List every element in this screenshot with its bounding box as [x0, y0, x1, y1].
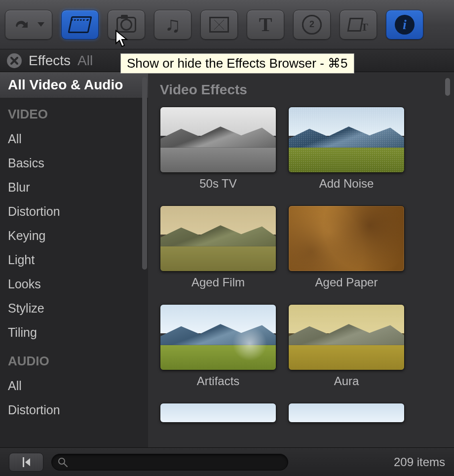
effect-item[interactable]: Add Noise: [288, 107, 405, 191]
sidebar-item-tiling[interactable]: Tiling: [0, 320, 148, 345]
panel-body: All Video & Audio VIDEO All Basics Blur …: [0, 72, 454, 447]
effects-grid: 50s TV Add Noise Aged Film Aged Paper Ar…: [160, 107, 442, 423]
sidebar-item-light[interactable]: Light: [0, 248, 148, 272]
item-count: 209 items: [394, 455, 445, 469]
sidebar-toggle-icon: [23, 457, 24, 467]
tooltip: Show or hide the Effects Browser - ⌘5: [120, 53, 354, 74]
redo-arrow-icon: [13, 17, 30, 32]
close-panel-button[interactable]: [7, 53, 22, 68]
effect-thumbnail: [160, 304, 276, 370]
sidebar-item-audio-distortion[interactable]: Distortion: [0, 398, 148, 422]
svg-line-1: [64, 464, 67, 467]
effect-thumbnail: [288, 403, 405, 423]
sidebar-item-stylize[interactable]: Stylize: [0, 296, 148, 320]
search-icon: [58, 457, 68, 467]
effect-label: Add Noise: [288, 177, 405, 191]
effect-label: 50s TV: [160, 177, 276, 191]
effect-label: Aged Paper: [288, 276, 405, 289]
themes-browser-button[interactable]: [340, 10, 377, 40]
effect-thumbnail: [288, 304, 405, 370]
effects-browser-button[interactable]: [61, 10, 99, 40]
effect-item[interactable]: Artifacts: [160, 304, 276, 388]
title-t-icon: T: [259, 13, 272, 36]
toolbar: ♫ T 2 i: [0, 0, 454, 49]
effect-label: Artifacts: [160, 374, 276, 388]
chevron-down-icon: [38, 22, 44, 27]
transitions-browser-button[interactable]: [200, 10, 238, 40]
sidebar-item-distortion[interactable]: Distortion: [0, 199, 148, 224]
sidebar-item-looks[interactable]: Looks: [0, 272, 148, 296]
sidebar-item-basics[interactable]: Basics: [0, 151, 148, 175]
music-browser-button[interactable]: ♫: [154, 10, 191, 40]
collapse-triangle-icon: [25, 458, 30, 466]
search-field[interactable]: [51, 454, 288, 471]
theme-icon: [348, 17, 368, 33]
toggle-sidebar-button[interactable]: [9, 453, 43, 472]
camera-icon: [116, 17, 136, 33]
countdown-icon: 2: [302, 15, 322, 35]
effect-item[interactable]: Aged Film: [160, 205, 276, 289]
effects-grid-area: Video Effects 50s TV Add Noise Aged Film…: [148, 72, 454, 447]
inspector-button[interactable]: i: [386, 10, 423, 40]
svg-point-0: [59, 458, 65, 464]
sidebar-item-all-video-audio[interactable]: All Video & Audio: [0, 72, 148, 98]
sidebar-section-video: VIDEO: [0, 98, 148, 127]
close-x-icon: [10, 57, 18, 65]
effect-thumbnail: [160, 403, 276, 423]
retime-menu-button[interactable]: [5, 10, 52, 40]
photos-browser-button[interactable]: [108, 10, 145, 40]
effect-thumbnail: [288, 205, 405, 272]
effect-item[interactable]: 50s TV: [160, 107, 276, 191]
sidebar-item-video-all[interactable]: All: [0, 127, 148, 151]
sidebar-section-audio: AUDIO: [0, 345, 148, 374]
panel-filter-button[interactable]: All: [77, 53, 93, 69]
titles-browser-button[interactable]: T: [247, 10, 284, 40]
effect-thumbnail: [288, 107, 405, 173]
sidebar-item-blur[interactable]: Blur: [0, 175, 148, 199]
info-icon: i: [395, 15, 415, 35]
effect-item[interactable]: [160, 403, 276, 423]
generators-browser-button[interactable]: 2: [293, 10, 331, 40]
effect-item[interactable]: Aged Paper: [288, 205, 405, 289]
sidebar-item-keying[interactable]: Keying: [0, 224, 148, 248]
filmstrip-icon: [70, 16, 90, 33]
transitions-icon: [209, 17, 229, 33]
effect-label: Aged Film: [160, 276, 276, 289]
effect-item[interactable]: Aura: [288, 304, 405, 388]
main-scrollbar[interactable]: [445, 78, 450, 96]
sidebar-item-audio-all[interactable]: All: [0, 374, 148, 398]
sidebar-scrollbar[interactable]: [142, 77, 147, 270]
panel-footer: 209 items: [0, 447, 454, 476]
search-input[interactable]: [73, 457, 282, 467]
effect-item[interactable]: [288, 403, 405, 423]
effect-label: Aura: [288, 374, 405, 388]
category-sidebar: All Video & Audio VIDEO All Basics Blur …: [0, 72, 148, 447]
panel-title: Effects: [29, 53, 71, 69]
effect-thumbnail: [160, 107, 276, 173]
grid-section-title: Video Effects: [160, 82, 442, 98]
effect-thumbnail: [160, 205, 276, 272]
music-note-icon: ♫: [165, 14, 181, 36]
